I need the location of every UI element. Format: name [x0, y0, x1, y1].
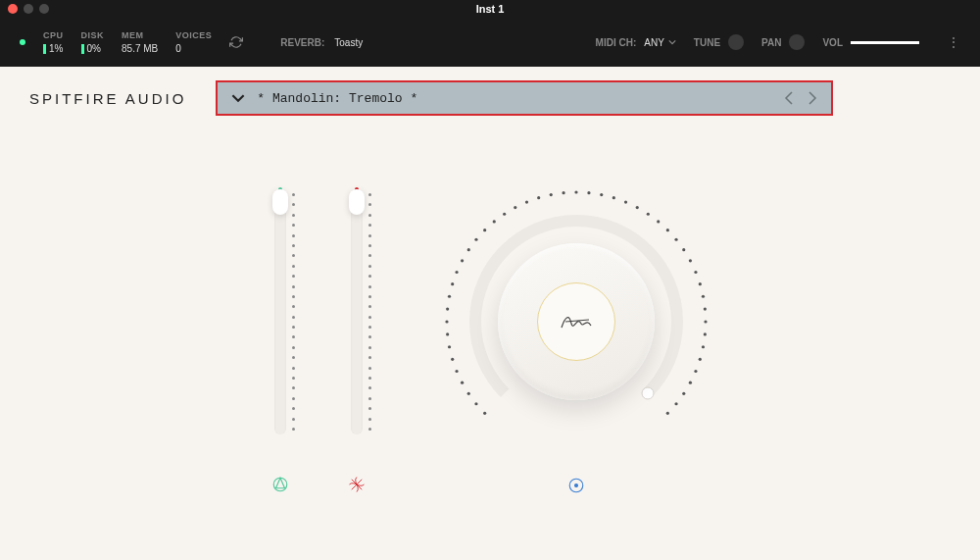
expression-slider[interactable]	[267, 189, 294, 454]
tune-control[interactable]: TUNE	[694, 34, 744, 50]
svg-point-44	[699, 358, 702, 361]
midi-channel-selector[interactable]: MIDI CH: ANY	[596, 37, 676, 48]
svg-point-25	[574, 190, 577, 193]
disk-stat: DISK 0%	[81, 30, 105, 54]
knob-position-indicator	[642, 387, 654, 399]
slider-scale	[292, 193, 295, 431]
svg-point-38	[699, 282, 702, 285]
pan-control[interactable]: PAN	[761, 34, 805, 50]
svg-point-45	[694, 370, 697, 373]
svg-point-52	[575, 484, 578, 487]
svg-point-22	[537, 196, 540, 199]
svg-point-43	[702, 345, 705, 348]
svg-point-8	[446, 332, 449, 335]
voices-value: 0	[175, 43, 212, 54]
svg-point-24	[562, 191, 564, 194]
cpu-meter-icon	[43, 44, 46, 54]
slider-thumb[interactable]	[349, 189, 365, 215]
window-title: Inst 1	[476, 3, 505, 15]
maximize-window-button[interactable]	[39, 4, 49, 14]
mem-stat: MEM 85.7 MB	[122, 30, 158, 54]
expression-icon	[271, 476, 289, 493]
svg-point-30	[636, 206, 639, 209]
expression-slider-group	[267, 189, 294, 493]
voices-stat: VOICES 0	[175, 30, 212, 54]
svg-point-11	[448, 295, 451, 298]
svg-point-5	[455, 370, 458, 373]
svg-point-26	[587, 191, 590, 194]
preset-next-icon[interactable]	[808, 91, 817, 105]
mem-value: 85.7 MB	[122, 43, 158, 54]
main-knob[interactable]	[439, 184, 713, 459]
dynamics-icon	[348, 476, 366, 493]
midi-value: ANY	[644, 37, 664, 48]
svg-point-39	[702, 295, 705, 298]
svg-point-27	[600, 193, 603, 196]
refresh-icon[interactable]	[229, 35, 243, 49]
svg-point-23	[550, 193, 553, 196]
svg-point-21	[525, 200, 528, 203]
svg-point-40	[704, 307, 707, 310]
knob-body[interactable]	[498, 243, 655, 400]
svg-point-14	[461, 259, 464, 262]
cpu-stat: CPU 1%	[43, 30, 64, 54]
svg-point-13	[455, 271, 458, 274]
svg-point-28	[612, 196, 615, 199]
close-window-button[interactable]	[8, 4, 18, 14]
volume-control[interactable]: VOL	[822, 37, 919, 48]
disk-meter-icon	[81, 44, 84, 54]
status-toolbar: CPU 1% DISK 0% MEM 85.7 MB VOICES 0 REVE…	[0, 18, 980, 67]
signature-logo-icon	[560, 310, 593, 333]
reverb-icon	[567, 477, 585, 498]
dynamics-slider-group	[343, 189, 370, 493]
svg-point-36	[689, 259, 692, 262]
mem-label: MEM	[122, 30, 158, 40]
svg-point-42	[704, 332, 707, 335]
reverb-value: Toasty	[334, 37, 363, 48]
more-menu-icon[interactable]: ⋮	[947, 34, 960, 50]
cpu-value: 1%	[49, 43, 63, 54]
slider-scale	[368, 193, 371, 431]
svg-point-6	[451, 358, 454, 361]
svg-point-46	[689, 382, 692, 384]
svg-point-7	[448, 345, 451, 348]
chevron-down-icon	[668, 38, 676, 46]
svg-point-10	[446, 307, 449, 310]
dynamics-slider[interactable]	[343, 189, 370, 454]
reverb-selector[interactable]: REVERB: Toasty	[280, 37, 363, 48]
plugin-main-area: SPITFIRE AUDIO * Mandolin: Tremolo *	[0, 67, 980, 560]
volume-slider[interactable]	[851, 41, 919, 44]
svg-point-12	[451, 282, 454, 285]
vol-label: VOL	[822, 37, 843, 48]
pan-knob[interactable]	[789, 34, 805, 50]
svg-point-29	[624, 200, 627, 203]
svg-point-9	[445, 320, 448, 323]
preset-name: * Mandolin: Tremolo *	[257, 91, 772, 106]
slider-thumb[interactable]	[272, 189, 288, 215]
brand-logo: SPITFIRE AUDIO	[29, 90, 186, 107]
knob-center	[537, 282, 615, 361]
svg-point-0	[273, 478, 287, 491]
svg-point-4	[461, 382, 464, 384]
chevron-down-icon	[231, 91, 245, 105]
tune-label: TUNE	[694, 37, 720, 48]
traffic-lights	[8, 4, 49, 14]
reverb-label: REVERB:	[280, 37, 324, 48]
preset-selector[interactable]: * Mandolin: Tremolo *	[216, 80, 833, 116]
svg-point-20	[514, 206, 516, 209]
activity-indicator-icon	[20, 39, 25, 45]
svg-point-37	[694, 271, 697, 274]
cpu-label: CPU	[43, 30, 64, 40]
voices-label: VOICES	[175, 30, 212, 40]
tune-knob[interactable]	[728, 34, 744, 50]
disk-label: DISK	[81, 30, 105, 40]
pan-label: PAN	[761, 37, 781, 48]
svg-point-41	[704, 320, 707, 323]
minimize-window-button[interactable]	[24, 4, 33, 14]
window-titlebar: Inst 1	[0, 0, 980, 18]
midi-label: MIDI CH:	[596, 37, 637, 48]
preset-prev-icon[interactable]	[784, 91, 794, 105]
disk-value: 0%	[87, 43, 101, 54]
